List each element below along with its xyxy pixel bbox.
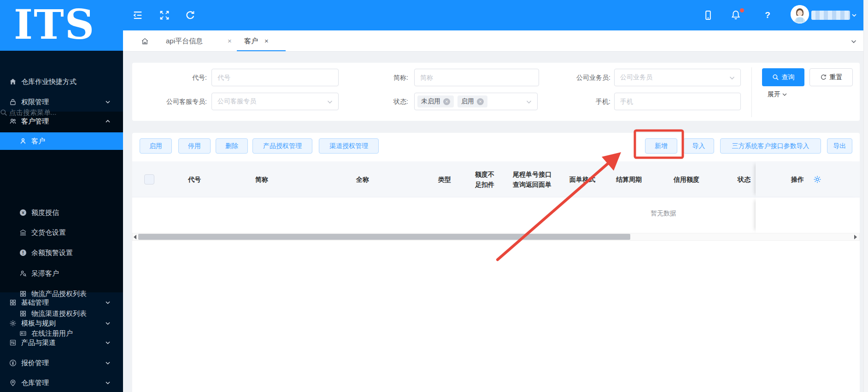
fullscreen-icon[interactable]	[159, 10, 170, 20]
sidebar-item-customer-management[interactable]: 客户管理	[0, 111, 123, 131]
short-name-input[interactable]	[414, 69, 539, 86]
status-tag-label: 启用	[461, 97, 474, 106]
sidebar-item-label: 额度授信	[31, 208, 59, 217]
col-header-full-name: 全称	[356, 161, 369, 197]
tabbar-overflow-chevron-down-icon[interactable]	[850, 38, 857, 45]
sidebar-item-templates-rules[interactable]: 模板与规则	[0, 313, 123, 333]
svg-text:¥: ¥	[21, 210, 24, 215]
home-icon	[9, 78, 17, 85]
select-all-checkbox[interactable]	[144, 174, 154, 184]
status-tag-label: 未启用	[421, 97, 440, 106]
yen-circle-outline-icon	[9, 359, 17, 367]
delete-button[interactable]: 删除	[216, 138, 248, 154]
field-label-code: 代号:	[132, 69, 207, 86]
col-header-lastmile-api: 尾程单号接口查询返回面单	[513, 161, 551, 197]
sidebar-item-warehouse-shortcuts[interactable]: 仓库作业快捷方式	[0, 71, 123, 92]
close-icon[interactable]: ×	[264, 30, 269, 52]
export-button[interactable]: 导出	[827, 138, 852, 154]
select-placeholder: 公司客服专员	[217, 97, 256, 106]
sidebar-item-warehouse-management[interactable]: 仓库管理	[0, 373, 123, 392]
sidebar-item-inactive-customer[interactable]	[0, 217, 123, 238]
field-label-status: 状态:	[353, 93, 408, 110]
status-multiselect[interactable]: 未启用 × 启用 ×	[414, 93, 538, 110]
product-box-icon	[9, 339, 17, 346]
sidebar-item-label: 基础管理	[21, 298, 49, 307]
menu-fold-icon[interactable]	[133, 10, 143, 20]
expand-label: 展开	[768, 90, 780, 99]
mobile-icon[interactable]	[703, 10, 713, 20]
sidebar-item-permissions[interactable]: 权限管理	[0, 92, 123, 112]
filter-divider	[751, 67, 752, 117]
empty-data-text: 暂无数据	[651, 209, 676, 218]
fixed-action-column-body	[756, 197, 860, 233]
sidebar-item-label: 余额预警设置	[31, 249, 73, 257]
mobile-input[interactable]	[614, 93, 741, 110]
reload-icon[interactable]	[185, 10, 195, 20]
avatar[interactable]	[791, 5, 809, 24]
query-button-label: 查询	[782, 73, 795, 82]
help-icon[interactable]: ?	[762, 10, 773, 20]
col-header-short-name: 简称	[255, 161, 268, 197]
user-name-masked[interactable]	[811, 11, 850, 20]
yen-circle-icon: ¥	[19, 209, 27, 216]
col-header-label-format: 面单格式	[569, 161, 595, 197]
tag-close-icon[interactable]: ×	[443, 98, 450, 105]
tag-close-icon[interactable]: ×	[477, 98, 484, 105]
field-label-cs-specialist: 公司客服专员:	[132, 93, 207, 110]
status-tag: 启用 ×	[457, 95, 487, 107]
channel-auth-button[interactable]: 渠道授权管理	[319, 138, 379, 154]
enable-button[interactable]: 启用	[140, 138, 172, 154]
scroll-left-arrow-icon[interactable]	[134, 235, 136, 239]
add-button[interactable]: 新增	[645, 138, 677, 154]
location-pin-icon	[9, 379, 17, 386]
sidebar-item-customer[interactable]: 客户	[0, 132, 123, 150]
cs-specialist-select[interactable]: 公司客服专员	[211, 93, 339, 110]
page-vertical-scrollbar[interactable]	[863, 0, 868, 392]
sidebar-item-inactive-customers[interactable]: 呆滞客户	[0, 263, 123, 284]
home-icon[interactable]	[141, 37, 149, 45]
chevron-down-icon	[728, 74, 736, 82]
chevron-down-icon	[525, 98, 533, 106]
col-header-status: 状态	[738, 161, 751, 197]
app-logo: ITS	[0, 0, 123, 51]
expand-toggle[interactable]: 展开	[768, 90, 788, 99]
tab-api-platform[interactable]: api平台信息	[166, 30, 203, 52]
fixed-action-column-header	[756, 161, 860, 197]
code-input[interactable]	[211, 69, 339, 86]
sidebar-item-products-channels[interactable]: 产品与渠道	[0, 333, 123, 353]
disable-button[interactable]: 停用	[178, 138, 211, 154]
column-settings-gear-icon[interactable]	[813, 175, 821, 184]
sidebar-item-label: 报价管理	[21, 359, 49, 368]
chevron-down-icon	[104, 98, 111, 106]
bell-icon[interactable]	[731, 10, 741, 20]
sidebar-item-label: 产品与渠道	[21, 339, 56, 347]
reset-button[interactable]: 重置	[809, 68, 853, 86]
chevron-down-icon	[104, 379, 111, 386]
sidebar-item-balance-warning[interactable]: ! 余额预警设置	[0, 243, 123, 263]
grid-icon	[9, 299, 17, 306]
active-tab-underline	[237, 50, 286, 51]
tab-customer[interactable]: 客户	[244, 30, 258, 52]
col-header-type: 类型	[438, 161, 451, 197]
col-header-code: 代号	[188, 161, 201, 197]
salesperson-select[interactable]: 公司业务员	[614, 69, 741, 86]
col-header-quota: 额度不足扣件	[475, 161, 494, 197]
sidebar: 点击搜索菜单... 仓库作业快捷方式 权限管理 客户管理 客户 ¥ 额度授信 交…	[0, 51, 123, 392]
product-auth-button[interactable]: 产品授权管理	[252, 138, 312, 154]
table-header	[132, 161, 860, 197]
scroll-right-arrow-icon[interactable]	[854, 235, 857, 239]
user-menu-chevron-down-icon[interactable]	[851, 12, 857, 18]
gear-icon	[9, 320, 17, 327]
status-tag: 未启用 ×	[417, 95, 454, 107]
horizontal-scrollbar-thumb[interactable]	[138, 234, 630, 240]
query-button[interactable]: 查询	[762, 68, 804, 86]
third-party-import-button[interactable]: 三方系统客户接口参数导入	[720, 138, 821, 154]
select-placeholder: 公司业务员	[620, 73, 652, 82]
app-window: ? ITS 点击搜索菜单... 仓库作业快捷方式 权	[0, 0, 868, 392]
import-button[interactable]: 导入	[683, 138, 714, 154]
sidebar-item-basic-management[interactable]: 基础管理	[0, 292, 123, 313]
reset-icon	[820, 74, 827, 81]
notification-dot	[740, 8, 744, 12]
close-icon[interactable]: ×	[228, 30, 232, 52]
sidebar-item-quotation-management[interactable]: 报价管理	[0, 353, 123, 373]
